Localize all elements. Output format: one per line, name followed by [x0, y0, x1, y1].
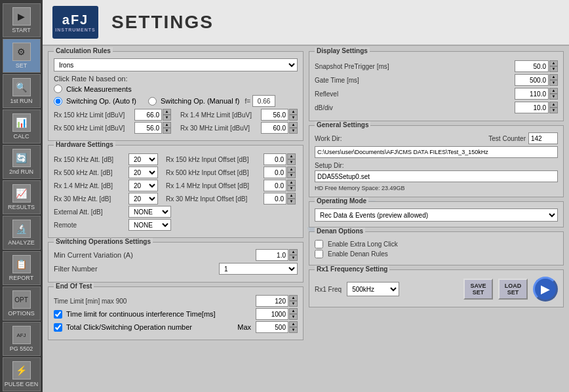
- rx150-offset-down[interactable]: ▼: [287, 159, 296, 165]
- workdir-field[interactable]: [315, 146, 558, 158]
- rx30m-down-btn[interactable]: ▼: [289, 128, 298, 134]
- time-limit-field[interactable]: [256, 295, 288, 307]
- sidebar-item-results[interactable]: 📈 RESULTS: [3, 180, 41, 214]
- snapshot-up[interactable]: ▲: [549, 60, 558, 66]
- f-label: f= 0.66: [245, 95, 275, 107]
- total-click-field[interactable]: [256, 321, 288, 333]
- rx30m-offset-down[interactable]: ▼: [287, 199, 296, 205]
- rx1m4-limit-field[interactable]: [261, 109, 288, 121]
- rx30m-limit-field[interactable]: [261, 122, 288, 134]
- sidebar-item-pg5502[interactable]: AFJ PG 5502: [3, 322, 41, 356]
- radio-auto[interactable]: [54, 97, 62, 106]
- rx500-down-btn[interactable]: ▼: [163, 128, 171, 134]
- rx500-up-btn[interactable]: ▲: [163, 122, 171, 128]
- interference-time-checkbox[interactable]: [54, 310, 62, 319]
- radio-click-label[interactable]: Click Measurements: [54, 85, 132, 93]
- rx150-down-btn[interactable]: ▼: [163, 115, 171, 121]
- rx150-offset-up[interactable]: ▲: [287, 153, 296, 159]
- setupdir-label: Setup Dir:: [315, 162, 343, 169]
- rx30m-up-btn[interactable]: ▲: [289, 122, 298, 128]
- sidebar-item-start[interactable]: ▶ START: [3, 3, 41, 37]
- radio-manual-label[interactable]: Switching Op. (Manual f): [148, 97, 239, 106]
- filter-number-select[interactable]: 1: [219, 263, 298, 275]
- snapshot-field[interactable]: [515, 60, 549, 72]
- rx1m4-down-btn[interactable]: ▼: [289, 115, 298, 121]
- radio-manual[interactable]: [148, 97, 157, 106]
- interference-time-row: Time limit for continuous interference T…: [54, 308, 298, 320]
- sidebar-label-calc: CALC: [13, 133, 29, 140]
- reflevel-field[interactable]: [515, 88, 549, 100]
- rx500-att-select[interactable]: 20: [128, 167, 158, 178]
- sidebar-item-1strun[interactable]: 🔍 1st RUN: [3, 74, 41, 108]
- reflevel-down[interactable]: ▼: [549, 94, 558, 100]
- reflevel-up[interactable]: ▲: [549, 88, 558, 94]
- sidebar-item-options[interactable]: OPT OPTIONS: [3, 286, 41, 321]
- radio-auto-label[interactable]: Switching Op. (Auto f): [54, 97, 136, 106]
- total-click-down[interactable]: ▼: [289, 327, 298, 333]
- rx1m4-offset-up[interactable]: ▲: [287, 180, 296, 186]
- enable-long-click-checkbox[interactable]: [315, 240, 323, 248]
- dbdiv-up[interactable]: ▲: [549, 102, 558, 108]
- total-click-checkbox-label[interactable]: Total Click/Switching Operation number: [54, 323, 235, 332]
- sidebar-item-2ndrun[interactable]: 🔄 2nd RUN: [3, 145, 41, 179]
- setupdir-field[interactable]: [315, 170, 558, 182]
- gate-time-field[interactable]: [515, 74, 549, 86]
- snapshot-down[interactable]: ▼: [549, 66, 558, 72]
- sidebar-item-report[interactable]: 📋 REPORT: [3, 251, 41, 285]
- dbdiv-down[interactable]: ▼: [549, 108, 558, 113]
- min-current-label: Min Current Variation (A): [54, 251, 133, 259]
- calc-rules-select[interactable]: Irons: [54, 58, 298, 71]
- rx500-offset-up[interactable]: ▲: [287, 167, 296, 172]
- time-limit-down[interactable]: ▼: [289, 301, 298, 307]
- min-current-up[interactable]: ▲: [289, 249, 298, 255]
- dbdiv-field[interactable]: [515, 102, 549, 113]
- reflevel-row: Reflevel ▲ ▼: [315, 88, 558, 100]
- rx1-freq-select[interactable]: 500kHz 150kHz 1.4MHz 30MHz: [347, 282, 399, 296]
- rx1m4-att-select[interactable]: 20: [128, 180, 158, 191]
- min-current-down[interactable]: ▼: [289, 255, 298, 261]
- enable-denan-rules-checkbox[interactable]: [315, 250, 323, 258]
- test-counter-field[interactable]: [528, 132, 558, 144]
- time-limit-up[interactable]: ▲: [289, 295, 298, 301]
- gate-time-down[interactable]: ▼: [549, 80, 558, 86]
- rx30m-offset-up[interactable]: ▲: [287, 193, 296, 199]
- interference-time-field[interactable]: [256, 308, 288, 320]
- rx30m-offset-field[interactable]: [264, 193, 286, 205]
- right-column: Display Settings Snapshot PreTrigger [ms…: [309, 51, 564, 387]
- play-button[interactable]: ▶: [533, 277, 558, 302]
- rx500-offset-down[interactable]: ▼: [287, 172, 296, 178]
- rx150-limit-field[interactable]: [134, 109, 162, 121]
- rx1m4-att-label: Rx 1.4 MHz Att. [dB]: [54, 182, 126, 189]
- rx30m-att-select[interactable]: 20: [128, 193, 158, 205]
- interference-checkbox-label[interactable]: Time limit for continuous interference T…: [54, 310, 253, 319]
- sidebar-item-set[interactable]: ⚙ SET: [3, 39, 41, 73]
- reflevel-input: ▲ ▼: [515, 88, 558, 100]
- total-click-up[interactable]: ▲: [289, 321, 298, 327]
- sidebar-item-calc[interactable]: 📊 CALC: [3, 109, 41, 144]
- end-of-test-title: End Of Test: [54, 283, 94, 290]
- load-set-button[interactable]: LOADSET: [498, 279, 528, 300]
- rx500-limit-field[interactable]: [134, 122, 162, 134]
- rx150-up-btn[interactable]: ▲: [163, 109, 171, 115]
- ext-att-select[interactable]: NONE: [128, 206, 171, 218]
- rx500-offset-field[interactable]: [264, 167, 286, 178]
- enable-long-click-label: Enable Extra Long Click: [328, 241, 398, 248]
- radio-click-measurements[interactable]: [54, 85, 62, 93]
- rx1m4-up-btn[interactable]: ▲: [289, 109, 298, 115]
- rx150-att-select[interactable]: 20: [128, 153, 158, 165]
- sidebar-item-pulsegen[interactable]: ⚡ PULSE GEN: [3, 357, 41, 391]
- sidebar-label-pg5502: PG 5502: [10, 345, 33, 352]
- gate-time-up[interactable]: ▲: [549, 74, 558, 80]
- save-set-button[interactable]: SAVESET: [463, 279, 493, 300]
- sidebar-item-analyze[interactable]: 🔬 ANALYZE: [3, 216, 41, 250]
- remote-select[interactable]: NONE: [128, 219, 171, 231]
- rx1m4-offset-field[interactable]: [264, 180, 286, 191]
- rx150-limit-spinbtns: ▲ ▼: [163, 109, 171, 121]
- rx1m4-offset-down[interactable]: ▼: [287, 186, 296, 191]
- rx150-offset-field[interactable]: [264, 153, 286, 165]
- total-click-checkbox[interactable]: [54, 323, 62, 332]
- min-current-field[interactable]: [256, 249, 288, 261]
- interference-time-up[interactable]: ▲: [289, 308, 298, 314]
- operating-mode-select[interactable]: Rec Data & Events (preview allowed): [315, 208, 558, 222]
- interference-time-down[interactable]: ▼: [289, 314, 298, 320]
